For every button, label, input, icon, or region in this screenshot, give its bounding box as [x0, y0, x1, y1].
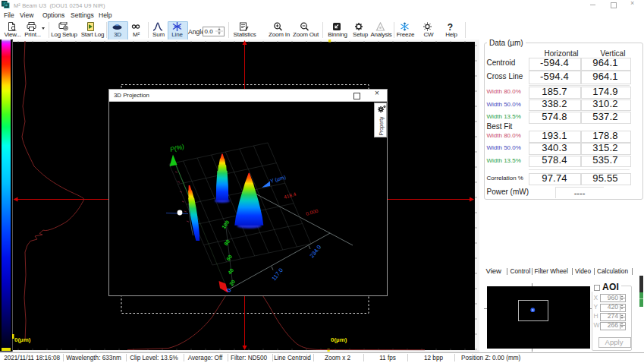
- svg-text:60: 60: [225, 254, 233, 261]
- svg-text:40: 40: [227, 267, 234, 275]
- svg-text:P(%): P(%): [169, 143, 185, 153]
- svg-text:234.0: 234.0: [308, 244, 322, 259]
- svg-text:100: 100: [221, 219, 230, 230]
- svg-text:Y (µm): Y (µm): [269, 174, 286, 184]
- svg-text:80: 80: [223, 238, 231, 246]
- svg-text:0.000: 0.000: [305, 208, 319, 216]
- svg-text:418.4: 418.4: [283, 191, 297, 200]
- svg-text:20: 20: [228, 279, 236, 286]
